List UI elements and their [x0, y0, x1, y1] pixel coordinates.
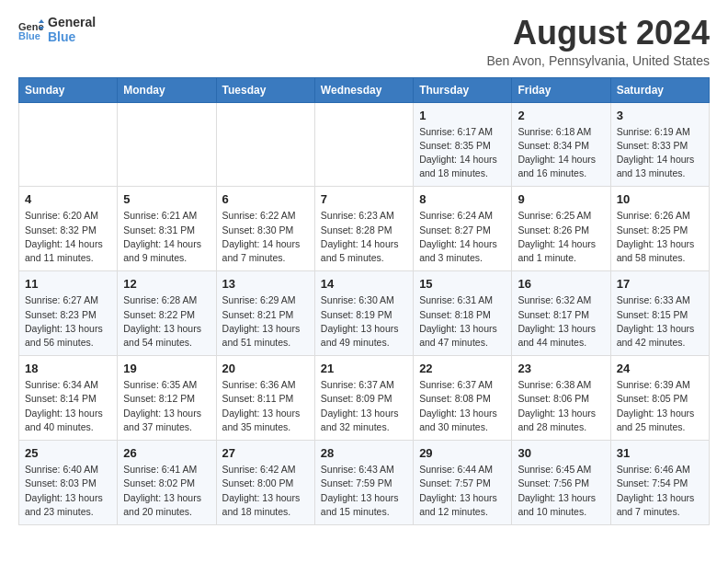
day-number: 12 — [123, 277, 210, 291]
calendar-cell: 15Sunrise: 6:31 AMSunset: 8:18 PMDayligh… — [414, 271, 512, 356]
day-info: Sunrise: 6:28 AMSunset: 8:22 PMDaylight:… — [123, 293, 210, 350]
day-info: Sunrise: 6:19 AMSunset: 8:33 PMDaylight:… — [617, 125, 703, 181]
day-number: 10 — [617, 192, 703, 206]
day-number: 16 — [518, 277, 604, 291]
calendar-header: Sunday Monday Tuesday Wednesday Thursday… — [19, 77, 710, 102]
calendar-cell — [314, 102, 413, 187]
day-number: 4 — [25, 192, 111, 206]
day-number: 6 — [222, 192, 309, 206]
week-row-3: 11Sunrise: 6:27 AMSunset: 8:23 PMDayligh… — [19, 271, 710, 356]
calendar-cell: 24Sunrise: 6:39 AMSunset: 8:05 PMDayligh… — [610, 356, 709, 441]
calendar-cell: 5Sunrise: 6:21 AMSunset: 8:31 PMDaylight… — [118, 187, 216, 271]
day-info: Sunrise: 6:42 AMSunset: 8:00 PMDaylight:… — [222, 463, 309, 519]
day-info: Sunrise: 6:24 AMSunset: 8:27 PMDaylight:… — [419, 209, 506, 265]
calendar-cell: 31Sunrise: 6:46 AMSunset: 7:54 PMDayligh… — [610, 441, 709, 525]
calendar-cell: 27Sunrise: 6:42 AMSunset: 8:00 PMDayligh… — [216, 441, 314, 525]
day-info: Sunrise: 6:20 AMSunset: 8:32 PMDaylight:… — [25, 209, 111, 265]
header: General Blue General Blue August 2024 Be… — [18, 15, 710, 68]
day-number: 31 — [617, 446, 703, 460]
calendar-cell: 3Sunrise: 6:19 AMSunset: 8:33 PMDaylight… — [610, 102, 709, 187]
logo-icon: General Blue — [18, 19, 44, 40]
week-row-5: 25Sunrise: 6:40 AMSunset: 8:03 PMDayligh… — [19, 441, 710, 525]
calendar-cell: 11Sunrise: 6:27 AMSunset: 8:23 PMDayligh… — [19, 271, 118, 356]
day-number: 29 — [419, 446, 506, 460]
col-thursday: Thursday — [414, 77, 512, 102]
calendar-cell: 16Sunrise: 6:32 AMSunset: 8:17 PMDayligh… — [512, 271, 610, 356]
day-info: Sunrise: 6:46 AMSunset: 7:54 PMDaylight:… — [617, 463, 703, 519]
col-tuesday: Tuesday — [216, 77, 314, 102]
col-sunday: Sunday — [19, 77, 118, 102]
day-number: 20 — [222, 362, 309, 375]
day-info: Sunrise: 6:26 AMSunset: 8:25 PMDaylight:… — [617, 209, 703, 265]
calendar-cell: 4Sunrise: 6:20 AMSunset: 8:32 PMDaylight… — [19, 187, 118, 271]
day-info: Sunrise: 6:27 AMSunset: 8:23 PMDaylight:… — [25, 293, 111, 350]
calendar-cell: 26Sunrise: 6:41 AMSunset: 8:02 PMDayligh… — [118, 441, 216, 525]
calendar-cell: 14Sunrise: 6:30 AMSunset: 8:19 PMDayligh… — [314, 271, 413, 356]
day-info: Sunrise: 6:37 AMSunset: 8:09 PMDaylight:… — [321, 378, 407, 434]
logo: General Blue General Blue — [18, 15, 96, 44]
day-info: Sunrise: 6:34 AMSunset: 8:14 PMDaylight:… — [25, 378, 111, 434]
day-info: Sunrise: 6:23 AMSunset: 8:28 PMDaylight:… — [321, 209, 407, 265]
logo-general: General — [48, 15, 96, 29]
col-wednesday: Wednesday — [314, 77, 413, 102]
day-info: Sunrise: 6:32 AMSunset: 8:17 PMDaylight:… — [518, 293, 604, 350]
day-number: 25 — [25, 446, 111, 460]
day-number: 15 — [419, 277, 506, 291]
calendar-cell: 1Sunrise: 6:17 AMSunset: 8:35 PMDaylight… — [414, 102, 512, 187]
svg-text:Blue: Blue — [18, 30, 40, 40]
day-number: 3 — [617, 109, 703, 122]
calendar-cell: 23Sunrise: 6:38 AMSunset: 8:06 PMDayligh… — [512, 356, 610, 441]
day-info: Sunrise: 6:22 AMSunset: 8:30 PMDaylight:… — [222, 209, 309, 265]
day-info: Sunrise: 6:17 AMSunset: 8:35 PMDaylight:… — [419, 125, 506, 181]
calendar-table: Sunday Monday Tuesday Wednesday Thursday… — [18, 77, 710, 525]
day-info: Sunrise: 6:40 AMSunset: 8:03 PMDaylight:… — [25, 463, 111, 519]
day-number: 28 — [321, 446, 407, 460]
month-title: August 2024 — [486, 15, 710, 52]
location: Ben Avon, Pennsylvania, United States — [486, 53, 710, 68]
title-area: August 2024 Ben Avon, Pennsylvania, Unit… — [486, 15, 710, 68]
col-friday: Friday — [512, 77, 610, 102]
calendar-cell — [118, 102, 216, 187]
day-number: 23 — [518, 362, 604, 375]
day-number: 8 — [419, 192, 506, 206]
calendar-cell: 9Sunrise: 6:25 AMSunset: 8:26 PMDaylight… — [512, 187, 610, 271]
day-info: Sunrise: 6:43 AMSunset: 7:59 PMDaylight:… — [321, 463, 407, 519]
day-number: 30 — [518, 446, 604, 460]
logo-blue: Blue — [48, 29, 96, 44]
day-number: 27 — [222, 446, 309, 460]
day-info: Sunrise: 6:31 AMSunset: 8:18 PMDaylight:… — [419, 293, 506, 350]
day-info: Sunrise: 6:25 AMSunset: 8:26 PMDaylight:… — [518, 209, 604, 265]
day-number: 5 — [123, 192, 210, 206]
day-info: Sunrise: 6:39 AMSunset: 8:05 PMDaylight:… — [617, 378, 703, 434]
day-info: Sunrise: 6:21 AMSunset: 8:31 PMDaylight:… — [123, 209, 210, 265]
day-number: 2 — [518, 109, 604, 122]
day-number: 13 — [222, 277, 309, 291]
calendar-cell: 6Sunrise: 6:22 AMSunset: 8:30 PMDaylight… — [216, 187, 314, 271]
day-number: 1 — [419, 109, 506, 122]
day-info: Sunrise: 6:30 AMSunset: 8:19 PMDaylight:… — [321, 293, 407, 350]
calendar-cell: 8Sunrise: 6:24 AMSunset: 8:27 PMDaylight… — [414, 187, 512, 271]
day-number: 11 — [25, 277, 111, 291]
calendar-cell: 12Sunrise: 6:28 AMSunset: 8:22 PMDayligh… — [118, 271, 216, 356]
calendar-cell: 2Sunrise: 6:18 AMSunset: 8:34 PMDaylight… — [512, 102, 610, 187]
col-monday: Monday — [118, 77, 216, 102]
day-number: 9 — [518, 192, 604, 206]
day-number: 21 — [321, 362, 407, 375]
calendar-cell: 29Sunrise: 6:44 AMSunset: 7:57 PMDayligh… — [414, 441, 512, 525]
calendar-cell — [216, 102, 314, 187]
calendar-cell: 10Sunrise: 6:26 AMSunset: 8:25 PMDayligh… — [610, 187, 709, 271]
day-number: 14 — [321, 277, 407, 291]
calendar-cell: 7Sunrise: 6:23 AMSunset: 8:28 PMDaylight… — [314, 187, 413, 271]
day-number: 7 — [321, 192, 407, 206]
day-number: 18 — [25, 362, 111, 375]
calendar-cell: 28Sunrise: 6:43 AMSunset: 7:59 PMDayligh… — [314, 441, 413, 525]
calendar-cell — [19, 102, 118, 187]
day-info: Sunrise: 6:44 AMSunset: 7:57 PMDaylight:… — [419, 463, 506, 519]
calendar-cell: 20Sunrise: 6:36 AMSunset: 8:11 PMDayligh… — [216, 356, 314, 441]
day-number: 19 — [123, 362, 210, 375]
day-number: 24 — [617, 362, 703, 375]
day-info: Sunrise: 6:35 AMSunset: 8:12 PMDaylight:… — [123, 378, 210, 434]
header-row: Sunday Monday Tuesday Wednesday Thursday… — [19, 77, 710, 102]
day-info: Sunrise: 6:41 AMSunset: 8:02 PMDaylight:… — [123, 463, 210, 519]
day-number: 22 — [419, 362, 506, 375]
